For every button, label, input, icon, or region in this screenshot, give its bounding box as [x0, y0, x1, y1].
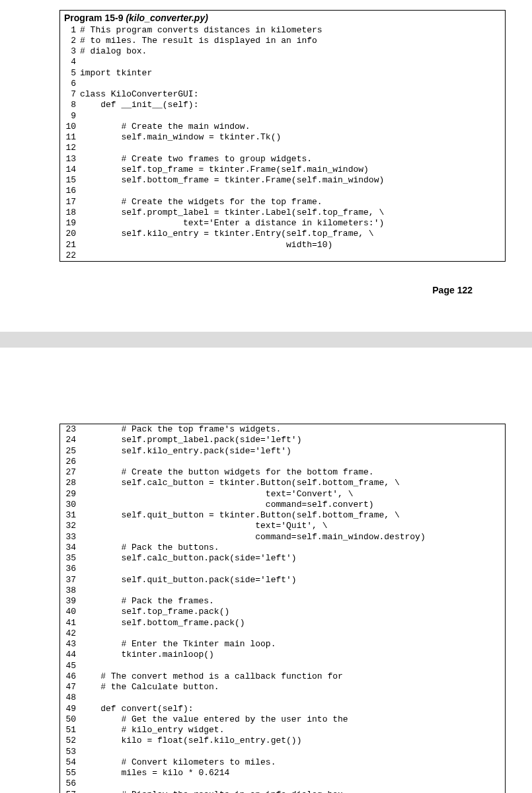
- code-row: 20 self.kilo_entry = tkinter.Entry(self.…: [60, 229, 505, 239]
- code-row: 51 # kilo_entry widget.: [60, 725, 505, 736]
- code-line: self.calc_button.pack(side='left'): [80, 553, 505, 564]
- code-line: miles = kilo * 0.6214: [80, 768, 505, 778]
- code-row: 42: [60, 628, 505, 639]
- code-line: # Create the widgets for the top frame.: [80, 197, 505, 208]
- code-row: 36: [60, 564, 505, 574]
- code-row: 33 command=self.main_window.destroy): [60, 532, 505, 543]
- line-number: 4: [60, 57, 80, 67]
- line-number: 13: [60, 154, 80, 165]
- code-line: [80, 79, 505, 89]
- code-line: [80, 57, 505, 67]
- code-row: 54 # Convert kilometers to miles.: [60, 757, 505, 768]
- code-line: [80, 747, 505, 757]
- line-number: 5: [60, 68, 80, 79]
- line-number: 11: [60, 132, 80, 143]
- code-row: 2# to miles. The result is displayed in …: [60, 36, 505, 46]
- page-number: Page 122: [59, 285, 506, 295]
- line-number: 29: [60, 489, 80, 500]
- line-number: 52: [60, 736, 80, 746]
- code-line: self.quit_button = tkinter.Button(self.b…: [80, 510, 505, 521]
- program-filename: (kilo_converter.py): [126, 13, 208, 23]
- code-line: # Create the button widgets for the bott…: [80, 467, 505, 478]
- code-row: 8 def __init__(self):: [60, 100, 505, 110]
- code-row: 25 self.kilo_entry.pack(side='left'): [60, 446, 505, 457]
- code-line: [80, 778, 505, 789]
- code-line: tkinter.mainloop(): [80, 650, 505, 660]
- line-number: 7: [60, 89, 80, 100]
- code-line: command=self.main_window.destroy): [80, 532, 505, 543]
- code-line: [80, 693, 505, 703]
- line-number: 54: [60, 757, 80, 768]
- code-line: self.calc_button = tkinter.Button(self.b…: [80, 478, 505, 488]
- code-row: 32 text='Quit', \: [60, 521, 505, 531]
- code-line: # Pack the buttons.: [80, 543, 505, 553]
- line-number: 56: [60, 778, 80, 789]
- line-number: 36: [60, 564, 80, 574]
- code-row: 11 self.main_window = tkinter.Tk(): [60, 132, 505, 143]
- code-row: 7class KiloConverterGUI:: [60, 89, 505, 100]
- code-line: import tkinter: [80, 68, 505, 79]
- code-row: 12: [60, 143, 505, 153]
- code-row: 35 self.calc_button.pack(side='left'): [60, 553, 505, 564]
- code-row: 1# This program converts distances in ki…: [60, 25, 505, 36]
- code-line: # dialog box.: [80, 46, 505, 57]
- code-line: self.prompt_label.pack(side='left'): [80, 435, 505, 445]
- line-number: 33: [60, 532, 80, 543]
- code-row: 49 def convert(self):: [60, 704, 505, 714]
- code-line: self.top_frame.pack(): [80, 607, 505, 617]
- line-number: 31: [60, 510, 80, 521]
- line-number: 6: [60, 79, 80, 89]
- code-line: width=10): [80, 240, 505, 250]
- page-section-1: Program 15-9 (kilo_converter.py) 1# This…: [0, 0, 532, 302]
- code-row: 22: [60, 250, 505, 261]
- line-number: 20: [60, 229, 80, 239]
- code-line: # Enter the Tkinter main loop.: [80, 639, 505, 650]
- line-number: 38: [60, 585, 80, 596]
- code-row: 37 self.quit_button.pack(side='left'): [60, 575, 505, 585]
- code-line: [80, 564, 505, 574]
- code-line: [80, 111, 505, 122]
- code-row: 48: [60, 693, 505, 703]
- code-line: # to miles. The result is displayed in a…: [80, 36, 505, 46]
- line-number: 35: [60, 553, 80, 564]
- line-number: 47: [60, 682, 80, 693]
- code-line: self.kilo_entry.pack(side='left'): [80, 446, 505, 457]
- code-row: 16: [60, 186, 505, 196]
- code-line: [80, 143, 505, 153]
- line-number: 39: [60, 596, 80, 607]
- line-number: 10: [60, 122, 80, 132]
- code-row: 24 self.prompt_label.pack(side='left'): [60, 435, 505, 445]
- code-line: text='Quit', \: [80, 521, 505, 531]
- code-line: self.top_frame = tkinter.Frame(self.main…: [80, 165, 505, 175]
- line-number: 41: [60, 618, 80, 628]
- code-line: def __init__(self):: [80, 100, 505, 110]
- code-row: 28 self.calc_button = tkinter.Button(sel…: [60, 478, 505, 488]
- line-number: 14: [60, 165, 80, 175]
- line-number: 23: [60, 424, 80, 435]
- code-line: # the Calculate button.: [80, 682, 505, 693]
- code-row: 52 kilo = float(self.kilo_entry.get()): [60, 736, 505, 746]
- line-number: 22: [60, 250, 80, 261]
- code-line: def convert(self):: [80, 704, 505, 714]
- page-section-2: 23 # Pack the top frame's widgets.24 sel…: [0, 414, 532, 793]
- line-number: 53: [60, 747, 80, 757]
- code-row: 14 self.top_frame = tkinter.Frame(self.m…: [60, 165, 505, 175]
- code-line: [80, 186, 505, 196]
- code-line: self.bottom_frame.pack(): [80, 618, 505, 628]
- code-line: # Create the main window.: [80, 122, 505, 132]
- code-row: 17 # Create the widgets for the top fram…: [60, 197, 505, 208]
- line-number: 3: [60, 46, 80, 57]
- code-row: 4: [60, 57, 505, 67]
- line-number: 8: [60, 100, 80, 110]
- code-table-2: 23 # Pack the top frame's widgets.24 sel…: [60, 424, 505, 793]
- code-row: 46 # The convert method is a callback fu…: [60, 671, 505, 682]
- code-line: # Pack the top frame's widgets.: [80, 424, 505, 435]
- line-number: 46: [60, 671, 80, 682]
- code-row: 39 # Pack the frames.: [60, 596, 505, 607]
- code-row: 34 # Pack the buttons.: [60, 543, 505, 553]
- code-row: 56: [60, 778, 505, 789]
- code-line: text='Convert', \: [80, 489, 505, 500]
- line-number: 44: [60, 650, 80, 660]
- code-row: 15 self.bottom_frame = tkinter.Frame(sel…: [60, 175, 505, 186]
- line-number: 37: [60, 575, 80, 585]
